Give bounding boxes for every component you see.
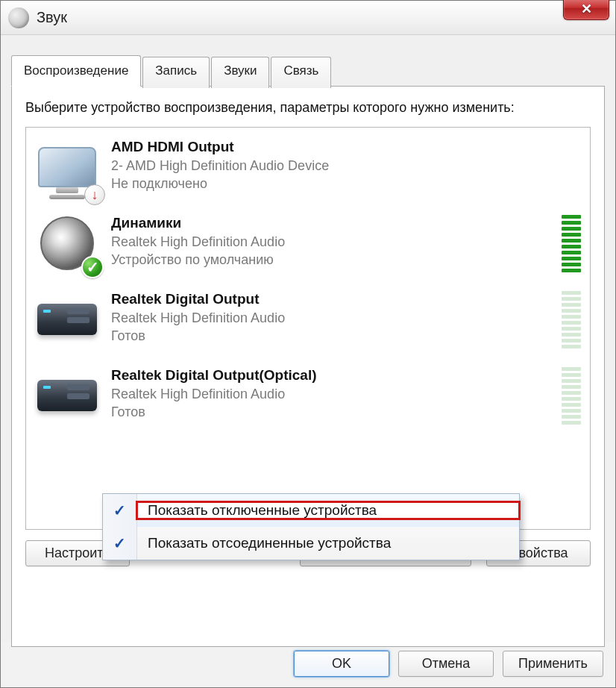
device-info: Realtek Digital Output Realtek High Defi… (111, 287, 551, 345)
device-subtitle: Realtek High Definition Audio (111, 233, 551, 251)
down-arrow-badge-icon (84, 184, 105, 205)
checkmark-icon: ✓ (103, 494, 137, 527)
sound-dialog: Звук ✕ Воспроизведение Запись Звуки Связ… (0, 0, 616, 688)
context-menu: ✓ Показать отключенные устройства ✓ Пока… (102, 493, 520, 560)
device-name: Realtek Digital Output (111, 290, 551, 309)
dialog-footer: OK Отмена Применить (1, 642, 615, 687)
digital-output-icon (34, 287, 101, 351)
device-item[interactable]: Realtek Digital Output Realtek High Defi… (26, 283, 590, 359)
device-name: AMD HDMI Output (111, 138, 582, 157)
dialog-body: Воспроизведение Запись Звуки Связь Выбер… (1, 44, 615, 687)
vu-meter (562, 367, 582, 425)
monitor-icon (34, 135, 101, 199)
window-title: Звук (37, 9, 67, 26)
device-item[interactable]: AMD HDMI Output 2- AMD High Definition A… (26, 131, 590, 207)
vu-meter (562, 291, 582, 348)
menu-item-label: Показать отсоединенные устройства (137, 535, 519, 551)
instruction-text: Выберите устройство воспроизведения, пар… (25, 98, 591, 116)
tab-playback[interactable]: Воспроизведение (11, 55, 141, 87)
device-subtitle: Realtek High Definition Audio (111, 385, 551, 403)
device-item[interactable]: Realtek Digital Output(Optical) Realtek … (26, 359, 590, 435)
device-subtitle: 2- AMD High Definition Audio Device (111, 157, 582, 175)
titlebar: Звук ✕ (1, 1, 615, 35)
vu-meter (562, 215, 582, 272)
device-status: Устройство по умолчанию (111, 251, 551, 269)
tab-comm[interactable]: Связь (271, 57, 331, 88)
tab-sounds[interactable]: Звуки (211, 57, 269, 88)
menu-item-show-disconnected[interactable]: ✓ Показать отсоединенные устройства (103, 527, 519, 560)
device-list[interactable]: AMD HDMI Output 2- AMD High Definition A… (25, 127, 591, 530)
device-item[interactable]: Динамики Realtek High Definition Audio У… (26, 207, 590, 283)
sound-icon (8, 7, 29, 28)
close-icon: ✕ (581, 1, 592, 17)
device-name: Realtek Digital Output(Optical) (111, 366, 551, 385)
device-subtitle: Realtek High Definition Audio (111, 309, 551, 327)
ok-button[interactable]: OK (294, 651, 389, 677)
digital-output-icon (34, 363, 101, 428)
tab-panel-playback: Выберите устройство воспроизведения, пар… (11, 86, 605, 647)
device-status: Готов (111, 403, 551, 421)
speaker-icon (34, 211, 101, 275)
device-info: AMD HDMI Output 2- AMD High Definition A… (111, 135, 582, 193)
device-info: Динамики Realtek High Definition Audio У… (111, 211, 551, 269)
close-button[interactable]: ✕ (563, 0, 609, 20)
checkmark-icon: ✓ (103, 527, 137, 560)
cancel-button[interactable]: Отмена (398, 651, 494, 677)
tabstrip: Воспроизведение Запись Звуки Связь (11, 54, 605, 86)
device-status: Готов (111, 327, 551, 345)
menu-item-show-disabled[interactable]: ✓ Показать отключенные устройства (103, 494, 519, 527)
device-name: Динамики (111, 214, 551, 233)
apply-button[interactable]: Применить (503, 651, 603, 677)
check-badge-icon (81, 256, 104, 278)
device-status: Не подключено (111, 175, 582, 193)
tab-record[interactable]: Запись (142, 57, 210, 88)
device-info: Realtek Digital Output(Optical) Realtek … (111, 363, 551, 421)
menu-item-label: Показать отключенные устройства (137, 502, 519, 519)
